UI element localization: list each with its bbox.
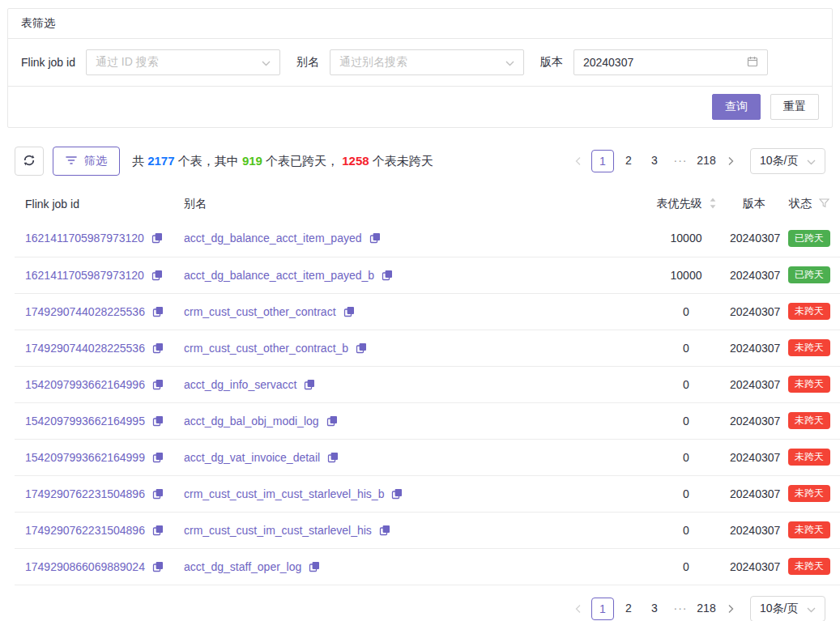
pagination-page[interactable]: 218 xyxy=(695,150,718,172)
copy-icon[interactable] xyxy=(152,306,164,317)
job-id-cell: 1749290866069889024 xyxy=(15,548,173,585)
pagination-prev[interactable] xyxy=(569,150,588,172)
alias-link[interactable]: crm_cust_cust_other_contract_b xyxy=(184,342,367,355)
copy-icon[interactable] xyxy=(152,488,164,500)
pagination-page[interactable]: 1 xyxy=(591,150,614,172)
copy-icon[interactable] xyxy=(151,232,163,244)
alias-text: acct_dg_balance_acct_item_payed xyxy=(184,232,362,245)
page-size-select[interactable]: 10条/页 xyxy=(750,148,825,174)
pagination-page[interactable]: 2 xyxy=(617,150,640,172)
chevron-down-icon xyxy=(807,155,816,168)
copy-icon[interactable] xyxy=(379,525,390,536)
status-cell: 未跨天 xyxy=(778,439,840,475)
copy-icon[interactable] xyxy=(152,561,164,572)
alias-cell: acct_dg_bal_obj_modi_log xyxy=(173,402,642,439)
page-size-select[interactable]: 10条/页 xyxy=(750,596,825,621)
job-id-text: 1542097993662164999 xyxy=(25,451,145,464)
priority-value: 0 xyxy=(683,451,689,464)
copy-icon[interactable] xyxy=(343,306,355,317)
copy-icon[interactable] xyxy=(326,415,338,427)
header-status[interactable]: 状态 xyxy=(778,187,840,220)
status-cell: 未跨天 xyxy=(778,330,840,366)
job-id-link[interactable]: 1749290744028225536 xyxy=(25,342,164,355)
job-id-text: 1542097993662164995 xyxy=(25,415,145,427)
copy-icon[interactable] xyxy=(152,379,164,390)
pagination-page[interactable]: 3 xyxy=(643,150,666,172)
version-value: 20240307 xyxy=(730,451,780,464)
pagination-page[interactable]: 3 xyxy=(643,598,666,620)
copy-icon[interactable] xyxy=(151,270,163,281)
pagination-ellipsis[interactable]: ··· xyxy=(669,598,692,620)
job-id-link[interactable]: 1749290762231504896 xyxy=(25,487,164,500)
pagination-next[interactable] xyxy=(721,598,740,620)
sort-icon[interactable] xyxy=(710,198,716,211)
filter-toggle-button[interactable]: 筛选 xyxy=(53,147,120,176)
pagination-ellipsis[interactable]: ··· xyxy=(669,150,692,172)
priority-cell: 0 xyxy=(642,475,730,512)
table-row: 1749290866069889024 acct_dg_staff_oper_l… xyxy=(15,548,840,585)
pagination-next[interactable] xyxy=(721,150,740,172)
alias-text: crm_cust_cust_im_cust_starlevel_his_b xyxy=(184,487,384,500)
job-id-link[interactable]: 1542097993662164995 xyxy=(25,415,164,427)
status-badge: 未跨天 xyxy=(788,558,830,575)
version-cell: 20240307 xyxy=(730,402,778,439)
filter-funnel-icon[interactable] xyxy=(819,198,829,211)
alias-link[interactable]: crm_cust_cust_other_contract xyxy=(184,305,355,318)
reset-button[interactable]: 重置 xyxy=(770,94,819,120)
filter-row: Flink job id 通过 ID 搜索 别名 通过别名搜索 xyxy=(8,39,832,86)
alias-text: acct_dg_staff_oper_log xyxy=(184,560,301,573)
version-cell: 20240307 xyxy=(730,257,778,293)
alias-link[interactable]: acct_dg_balance_acct_item_payed_b xyxy=(184,269,393,282)
job-id-link[interactable]: 1542097993662164999 xyxy=(25,451,164,464)
job-id-link[interactable]: 1621411705987973120 xyxy=(25,232,163,245)
flink-job-id-select[interactable]: 通过 ID 搜索 xyxy=(86,49,280,75)
copy-icon[interactable] xyxy=(309,561,320,572)
alias-link[interactable]: acct_dg_info_servacct xyxy=(184,378,315,391)
alias-link[interactable]: acct_dg_balance_acct_item_payed xyxy=(184,232,381,245)
copy-icon[interactable] xyxy=(304,379,315,390)
version-cell: 20240307 xyxy=(730,293,778,330)
job-id-cell: 1749290762231504896 xyxy=(15,475,173,512)
status-cell: 未跨天 xyxy=(778,293,840,330)
alias-link[interactable]: acct_dg_staff_oper_log xyxy=(184,560,320,573)
job-id-link[interactable]: 1749290762231504896 xyxy=(25,524,164,537)
pagination-page[interactable]: 1 xyxy=(591,598,614,620)
table-row: 1621411705987973120 acct_dg_balance_acct… xyxy=(15,257,840,293)
pagination-prev[interactable] xyxy=(569,598,588,620)
alias-link[interactable]: acct_dg_vat_invoice_detail xyxy=(184,451,339,464)
refresh-button[interactable] xyxy=(15,147,44,176)
job-id-link[interactable]: 1749290866069889024 xyxy=(25,560,164,573)
alias-link[interactable]: acct_dg_bal_obj_modi_log xyxy=(184,415,338,427)
job-id-cell: 1621411705987973120 xyxy=(15,220,173,257)
job-id-link[interactable]: 1621411705987973120 xyxy=(25,269,163,282)
copy-icon[interactable] xyxy=(152,452,164,463)
priority-cell: 0 xyxy=(642,548,730,585)
alias-link[interactable]: crm_cust_cust_im_cust_starlevel_his_b xyxy=(184,487,403,500)
pagination-page[interactable]: 218 xyxy=(695,598,718,620)
pagination-page[interactable]: 2 xyxy=(617,598,640,620)
job-id-text: 1749290762231504896 xyxy=(25,487,145,500)
status-badge: 未跨天 xyxy=(788,412,830,429)
status-badge: 未跨天 xyxy=(788,521,830,538)
copy-icon[interactable] xyxy=(327,452,339,463)
priority-cell: 10000 xyxy=(642,257,730,293)
alias-cell: acct_dg_balance_acct_item_payed_b xyxy=(173,257,642,293)
copy-icon[interactable] xyxy=(356,342,367,354)
copy-icon[interactable] xyxy=(152,342,164,354)
version-date-input[interactable]: 20240307 xyxy=(574,49,768,75)
flink-job-id-label: Flink job id xyxy=(21,56,75,69)
copy-icon[interactable] xyxy=(382,270,393,281)
header-priority[interactable]: 表优先级 xyxy=(642,187,730,220)
copy-icon[interactable] xyxy=(152,415,164,427)
status-badge: 未跨天 xyxy=(788,339,830,356)
job-id-link[interactable]: 1749290744028225536 xyxy=(25,305,164,318)
job-id-link[interactable]: 1542097993662164996 xyxy=(25,378,164,391)
alias-text: acct_dg_info_servacct xyxy=(184,378,296,391)
copy-icon[interactable] xyxy=(152,525,164,536)
copy-icon[interactable] xyxy=(391,488,403,500)
alias-select[interactable]: 通过别名搜索 xyxy=(330,49,524,75)
alias-text: crm_cust_cust_other_contract xyxy=(184,305,336,318)
copy-icon[interactable] xyxy=(369,232,381,244)
query-button[interactable]: 查询 xyxy=(712,94,761,120)
alias-link[interactable]: crm_cust_cust_im_cust_starlevel_his xyxy=(184,524,390,537)
